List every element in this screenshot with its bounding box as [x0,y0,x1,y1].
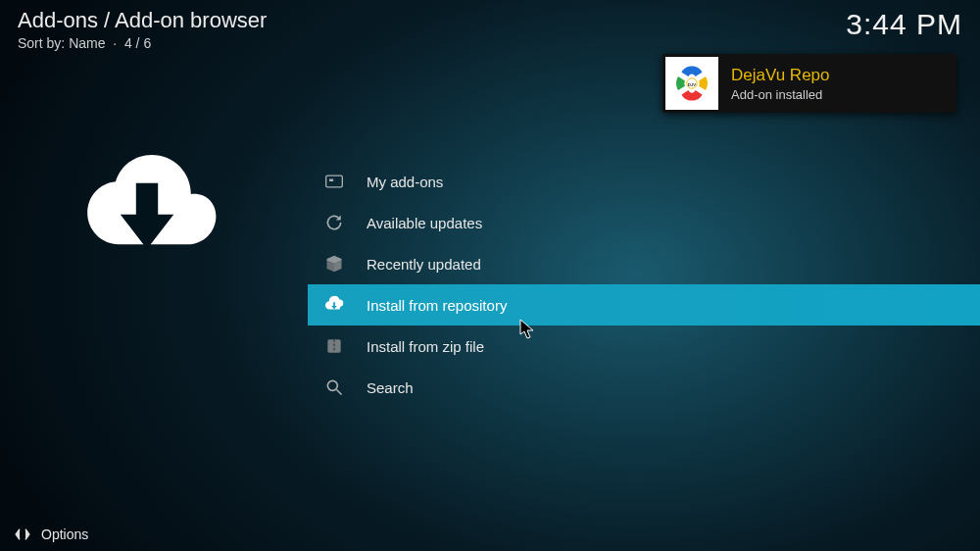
sort-label: Sort by: Name [18,35,105,51]
menu-item-label: Search [367,379,414,396]
menu-item-my-addons[interactable]: My add-ons [308,161,980,202]
options-icon [14,526,31,543]
notification-repo-icon: DJV [665,57,718,110]
header: Add-ons / Add-on browser Sort by: Name ·… [18,8,962,51]
svg-rect-2 [329,179,333,182]
menu-item-label: Install from repository [367,297,507,314]
download-cloud-icon [69,124,225,284]
svg-rect-5 [333,344,335,347]
svg-rect-6 [333,348,335,351]
svg-line-8 [337,390,342,395]
menu-item-install-from-zip[interactable]: Install from zip file [308,326,980,367]
breadcrumb: Add-ons / Add-on browser [18,8,267,33]
refresh-icon [321,210,347,235]
addons-icon [321,169,347,194]
notification-title: DejaVu Repo [731,66,830,85]
header-left: Add-ons / Add-on browser Sort by: Name ·… [18,8,267,51]
notification-subtitle: Add-on installed [731,87,830,102]
cloud-download-icon [321,292,347,318]
zip-icon [321,333,347,359]
menu-item-available-updates[interactable]: Available updates [308,202,980,243]
menu-item-label: Recently updated [367,256,481,273]
menu-item-search[interactable]: Search [308,367,980,408]
clock: 3:44 PM [846,8,962,41]
notification-text: DejaVu Repo Add-on installed [731,66,830,102]
list-position: 4 / 6 [124,35,151,51]
sort-separator: · [109,35,124,51]
svg-text:DJV: DJV [688,82,697,87]
menu-item-recently-updated[interactable]: Recently updated [308,243,980,284]
menu-item-install-from-repository[interactable]: Install from repository [308,284,980,326]
notification-toast: DJV DejaVu Repo Add-on installed [662,54,956,113]
menu-item-label: My add-ons [367,174,443,190]
menu-item-label: Available updates [367,215,482,231]
svg-point-7 [327,380,337,390]
menu-list: My add-ons Available updates Recently up… [308,161,980,408]
svg-rect-4 [333,339,335,342]
search-icon [321,375,347,400]
menu-item-label: Install from zip file [367,338,484,355]
box-icon [321,251,347,276]
options-label: Options [41,526,88,542]
sort-line: Sort by: Name · 4 / 6 [18,35,267,51]
footer-options[interactable]: Options [14,526,88,543]
svg-rect-1 [326,175,343,187]
